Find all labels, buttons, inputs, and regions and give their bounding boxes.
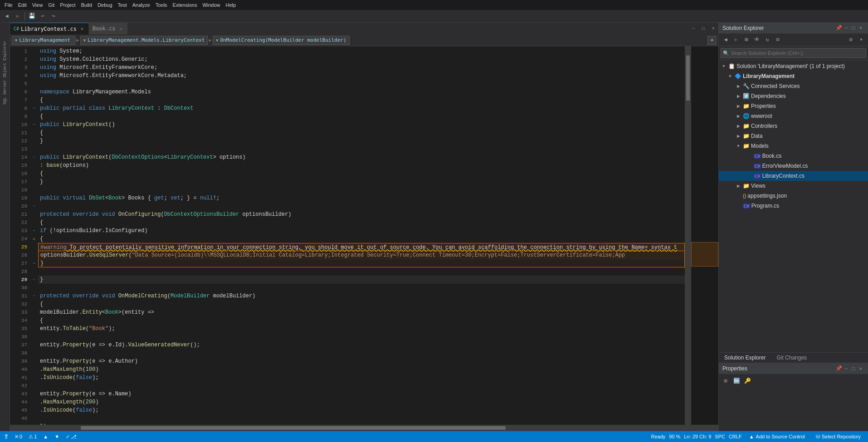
se-collapse-btn[interactable]: −: [843, 24, 850, 32]
tab-close-all-btn[interactable]: ×: [708, 23, 718, 34]
toolbar-undo-btn[interactable]: ↩: [38, 11, 48, 21]
tree-item-wwwroot[interactable]: ▶ 🌐 wwwroot: [719, 111, 868, 121]
collapse-icon-14[interactable]: −: [33, 153, 35, 161]
toolbar-save-btn[interactable]: 💾: [27, 11, 37, 21]
tree-item-controllers[interactable]: ▶ 📁 Controllers: [719, 121, 868, 131]
collapse-icon-21[interactable]: −: [33, 202, 35, 210]
tree-item-dependencies[interactable]: ▶ #️⃣ Dependencies: [719, 91, 868, 101]
data-icon: 📁: [743, 133, 750, 139]
properties-pin-btn[interactable]: 📌: [835, 365, 843, 372]
se-pin-btn[interactable]: 📌: [835, 24, 843, 32]
tree-expand-data[interactable]: ▶: [735, 134, 741, 138]
collapse-icon-24[interactable]: −: [33, 227, 35, 235]
git-status-btn[interactable]: ✓ ⎇: [64, 434, 78, 440]
se-search-box[interactable]: 🔍: [719, 46, 868, 60]
method-dropdown[interactable]: ▼ OnModelCreating(ModelBuilder modelBuil…: [213, 36, 350, 45]
nav-add-btn[interactable]: +: [707, 36, 717, 45]
tree-expand-project[interactable]: ▼: [727, 74, 733, 78]
tree-expand-dependencies[interactable]: ▶: [735, 94, 741, 98]
nav-down-btn[interactable]: ▼: [53, 434, 61, 439]
tree-expand-connected[interactable]: ▶: [735, 84, 741, 88]
tab-restore-btn[interactable]: □: [698, 23, 708, 34]
tab-bookcs-close[interactable]: ×: [118, 26, 123, 32]
tree-expand-wwwroot[interactable]: ▶: [735, 114, 741, 118]
class-dropdown[interactable]: ▼ LibraryManagement.Models.LibraryContex…: [80, 36, 208, 45]
code-line-6: namespace LibraryManagement.Models: [38, 88, 685, 96]
collapse-icon-8[interactable]: −: [33, 104, 35, 112]
tree-item-librarycontext[interactable]: C# LibraryContext.cs: [719, 171, 868, 181]
se-back-btn[interactable]: ◀: [721, 35, 731, 45]
prop-pages-btn[interactable]: 🔑: [742, 376, 752, 386]
tab-git-changes[interactable]: Git Changes: [771, 353, 812, 363]
se-search-input[interactable]: [731, 50, 864, 56]
toolbar-redo-btn[interactable]: ↪: [49, 11, 59, 21]
horizontal-scrollbar-area[interactable]: [10, 425, 718, 431]
toolbar-back-btn[interactable]: ◀: [2, 11, 12, 21]
nav-up-btn[interactable]: ▲: [41, 434, 50, 439]
tree-item-errorviewmodel[interactable]: C# ErrorViewModel.cs: [719, 161, 868, 171]
tree-item-views[interactable]: ▶ 📁 Views: [719, 181, 868, 191]
properties-folder-icon: 📁: [743, 103, 750, 109]
tab-librarycontext[interactable]: C# LibraryContext.cs ×: [10, 23, 89, 34]
tree-item-programcs[interactable]: C# Program.cs: [719, 201, 868, 211]
tree-item-appsettings[interactable]: {} appsettings.json: [719, 191, 868, 201]
code-line-22: {: [38, 219, 685, 227]
tree-label-connected: Connected Services: [751, 83, 800, 89]
tree-item-project[interactable]: ▼ 🔷 LibraryManagement: [719, 71, 868, 81]
select-repository-btn[interactable]: ⛁ Select Repository: [812, 431, 864, 442]
collapse-icon-33[interactable]: −: [33, 292, 35, 300]
toolbar-forward-btn[interactable]: ▶: [13, 11, 23, 21]
tree-item-connected-services[interactable]: ▶ 🔧 Connected Services: [719, 81, 868, 91]
se-show-all-btn[interactable]: 👁: [752, 35, 762, 45]
tree-expand-properties[interactable]: ▶: [735, 104, 741, 108]
properties-close-btn[interactable]: ×: [857, 365, 864, 372]
warning-badge[interactable]: ⚠ 1: [27, 434, 39, 440]
status-zoom[interactable]: 90 %: [669, 434, 680, 439]
code-line-7: {: [38, 96, 685, 104]
tab-solution-explorer[interactable]: Solution Explorer: [719, 353, 771, 363]
tree-expand-models[interactable]: ▼: [735, 144, 741, 148]
code-content[interactable]: using System; using System.Collections.G…: [38, 46, 685, 425]
tree-item-properties[interactable]: ▶ 📁 Properties: [719, 101, 868, 111]
properties-restore-btn[interactable]: □: [850, 365, 857, 372]
tab-bookcs-label: Book.cs: [93, 25, 116, 32]
code-line-37: entity.Property(e => e.Id).ValueGenerate…: [38, 341, 685, 349]
code-line-35: entity.ToTable("Book");: [38, 325, 685, 333]
se-collapse-all-btn[interactable]: ⊟: [773, 35, 783, 45]
tree-item-solution[interactable]: ▼ 📋 Solution 'LibraryManagement' (1 of 1…: [719, 61, 868, 71]
se-filter-btn[interactable]: ▾: [856, 35, 866, 45]
prop-category-btn[interactable]: ⊞: [721, 376, 731, 386]
code-line-32: {: [38, 300, 685, 308]
se-forward-btn[interactable]: ▶: [731, 35, 741, 45]
se-restore-btn[interactable]: □: [850, 24, 857, 32]
code-line-13: [38, 145, 685, 153]
se-properties-btn[interactable]: ⊞: [741, 35, 751, 45]
status-line-col: Ln: 29 Ch: 9: [684, 434, 711, 439]
tree-item-data[interactable]: ▶ 📁 Data: [719, 131, 868, 141]
tree-expand-solution[interactable]: ▼: [721, 64, 727, 68]
error-badge[interactable]: ✕ 0: [13, 434, 24, 440]
code-line-24: {: [38, 235, 685, 243]
se-settings-btn[interactable]: ⚙: [846, 35, 856, 45]
collapse-icon-10[interactable]: −: [33, 121, 35, 129]
tree-item-bookcs[interactable]: C# Book.cs: [719, 151, 868, 161]
status-bar: ⇑ ✕ 0 ⚠ 1 ▲ ▼ ✓ ⎇ Ready 90 % Ln: 29 Ch: …: [0, 431, 868, 442]
tab-librarycontext-close[interactable]: ×: [79, 26, 85, 32]
add-to-source-control-btn[interactable]: ▲ Add to Source Control: [746, 431, 809, 442]
tree-expand-controllers[interactable]: ▶: [735, 124, 741, 128]
tree-item-models[interactable]: ▼ 📁 Models: [719, 141, 868, 151]
namespace-dropdown[interactable]: ▼ LibraryManagement: [12, 36, 75, 45]
status-line-ending[interactable]: CRLF: [729, 434, 742, 439]
sql-server-sidebar-icon[interactable]: SQL Server Object Explorer: [3, 41, 7, 104]
code-line-8: public partial class LibraryContext : Db…: [38, 104, 685, 112]
properties-collapse-btn[interactable]: −: [843, 365, 850, 372]
vertical-scrollbar[interactable]: [685, 46, 691, 425]
se-close-btn[interactable]: ×: [857, 24, 864, 32]
tree-expand-views[interactable]: ▶: [735, 184, 741, 188]
status-encoding[interactable]: SPC: [715, 434, 725, 439]
tab-bookcs[interactable]: Book.cs ×: [89, 23, 128, 34]
collapse-icon-31[interactable]: −: [33, 276, 35, 284]
tab-collapse-btn[interactable]: −: [688, 23, 698, 34]
se-refresh-btn[interactable]: ↻: [762, 35, 772, 45]
prop-alphabetic-btn[interactable]: 🔤: [731, 376, 741, 386]
